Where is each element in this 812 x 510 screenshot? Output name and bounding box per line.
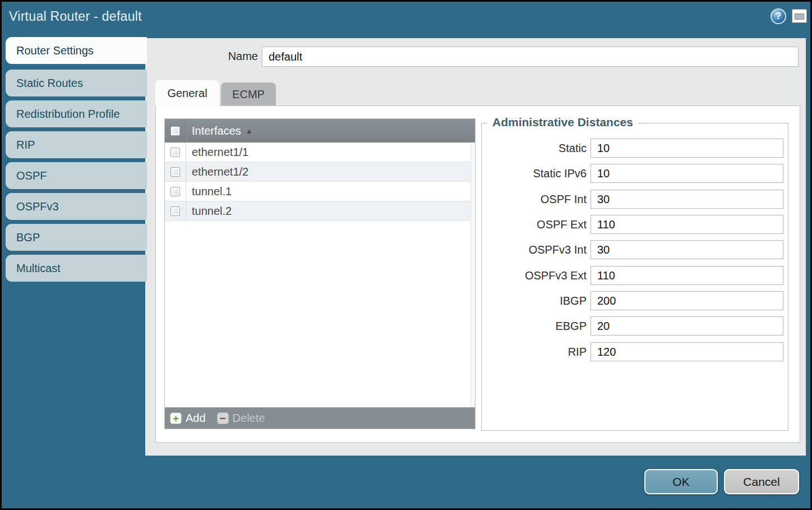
maximize-window-icon[interactable] xyxy=(792,9,807,23)
minus-icon: − xyxy=(217,412,229,424)
sidebar-item-ospfv3[interactable]: OSPFv3 xyxy=(6,193,147,220)
static-input[interactable] xyxy=(590,139,783,158)
sidebar-item-bgp[interactable]: BGP xyxy=(6,224,147,251)
delete-button-label: Delete xyxy=(233,412,265,425)
interfaces-column-header[interactable]: Interfaces ▲ xyxy=(165,119,475,143)
ospf-ext-input[interactable] xyxy=(590,215,783,234)
row-checkbox-cell xyxy=(165,162,186,181)
tab-general[interactable]: General xyxy=(155,80,219,106)
row-checkbox[interactable] xyxy=(170,187,180,196)
tab-ecmp[interactable]: ECMP xyxy=(221,82,276,106)
table-row-ethernet1-1[interactable]: ethernet1/1 xyxy=(165,143,475,162)
row-checkbox[interactable] xyxy=(170,206,180,216)
interface-name: tunnel.1 xyxy=(186,185,232,198)
table-row-tunnel-1[interactable]: tunnel.1 xyxy=(165,182,475,201)
ospfv3-int-label: OSPFv3 Int xyxy=(482,243,587,256)
sort-ascending-icon: ▲ xyxy=(246,127,253,135)
interfaces-table-body: ethernet1/1 ethernet1/2 tunnel.1 tunnel.… xyxy=(165,143,475,407)
sidebar-item-label: Multicast xyxy=(16,262,61,275)
sidebar-item-rip[interactable]: RIP xyxy=(6,131,147,158)
header-checkbox-cell xyxy=(165,119,186,143)
static-ipv6-input[interactable] xyxy=(590,164,783,183)
ospf-ext-label: OSPF Ext xyxy=(482,218,587,231)
row-checkbox-cell xyxy=(165,143,186,162)
name-input[interactable] xyxy=(262,47,799,67)
rip-input[interactable] xyxy=(590,342,783,361)
static-label: Static xyxy=(482,142,587,155)
interface-name: ethernet1/1 xyxy=(186,146,248,159)
name-label: Name xyxy=(168,50,258,63)
interfaces-table: Interfaces ▲ ethernet1/1 ethernet1/2 t xyxy=(164,118,476,429)
sidebar-item-ospf[interactable]: OSPF xyxy=(6,162,147,189)
help-icon[interactable]: ? xyxy=(771,8,786,24)
static-ipv6-label: Static IPv6 xyxy=(482,167,587,180)
ospfv3-ext-input[interactable] xyxy=(590,266,783,285)
sidebar-item-label: OSPFv3 xyxy=(16,200,59,213)
dialog-title: Virtual Router - default xyxy=(9,9,142,24)
ebgp-label: EBGP xyxy=(482,320,587,333)
select-all-checkbox[interactable] xyxy=(170,126,180,136)
sidebar-item-static-routes[interactable]: Static Routes xyxy=(6,70,147,97)
sidebar-item-redistribution-profile[interactable]: Redistribution Profile xyxy=(6,100,147,127)
ospf-int-label: OSPF Int xyxy=(482,193,587,206)
interface-name: tunnel.2 xyxy=(186,205,232,218)
plus-icon: + xyxy=(170,412,182,424)
rip-label: RIP xyxy=(482,346,587,359)
delete-button[interactable]: − Delete xyxy=(217,412,265,425)
cancel-button-label: Cancel xyxy=(743,475,779,489)
cancel-button[interactable]: Cancel xyxy=(724,469,799,494)
row-checkbox[interactable] xyxy=(170,148,180,157)
sidebar-item-label: BGP xyxy=(16,231,40,244)
table-row-tunnel-2[interactable]: tunnel.2 xyxy=(165,201,475,221)
interfaces-header-label: Interfaces xyxy=(186,125,241,137)
sidebar-item-router-settings[interactable]: Router Settings xyxy=(6,37,147,64)
sidebar-item-label: Router Settings xyxy=(16,44,94,57)
ebgp-input[interactable] xyxy=(590,316,783,336)
sidebar-item-label: RIP xyxy=(16,139,35,151)
row-checkbox[interactable] xyxy=(170,167,180,177)
row-checkbox-cell xyxy=(165,201,186,220)
ospfv3-int-input[interactable] xyxy=(590,240,783,259)
table-scrollbar[interactable] xyxy=(470,143,475,407)
ibgp-input[interactable] xyxy=(590,291,783,310)
sidebar-item-label: OSPF xyxy=(16,169,47,182)
table-row-ethernet1-2[interactable]: ethernet1/2 xyxy=(165,162,475,182)
sidebar-item-multicast[interactable]: Multicast xyxy=(6,255,147,282)
sidebar-item-label: Redistribution Profile xyxy=(16,108,120,121)
sidebar-item-label: Static Routes xyxy=(16,77,83,90)
interface-name: ethernet1/2 xyxy=(186,166,248,178)
add-button[interactable]: + Add xyxy=(170,412,206,425)
row-checkbox-cell xyxy=(165,182,186,201)
fieldset-legend: Administrative Distances xyxy=(487,116,638,129)
tab-label: General xyxy=(167,87,207,100)
add-button-label: Add xyxy=(186,412,206,425)
help-icon-glyph: ? xyxy=(776,11,781,21)
virtual-router-dialog: Virtual Router - default ? Router Settin… xyxy=(0,0,812,510)
ok-button-label: OK xyxy=(672,475,689,489)
ok-button[interactable]: OK xyxy=(644,469,718,494)
ospfv3-ext-label: OSPFv3 Ext xyxy=(482,269,587,282)
table-footer-bar: + Add − Delete xyxy=(165,407,475,429)
ospf-int-input[interactable] xyxy=(590,190,783,209)
maximize-window-icon-inner xyxy=(795,13,804,20)
ibgp-label: IBGP xyxy=(482,295,587,307)
tab-label: ECMP xyxy=(232,88,265,101)
